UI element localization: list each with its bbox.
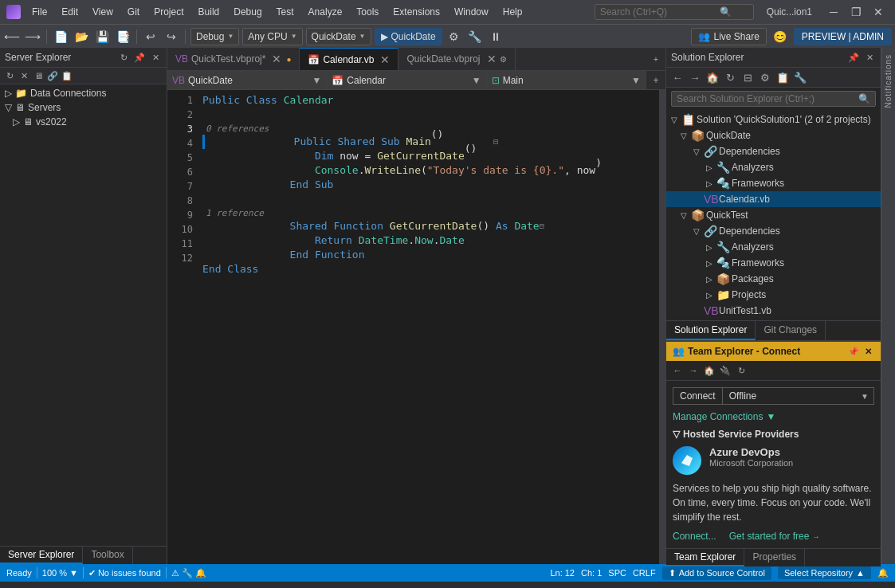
solution-search-input[interactable] (677, 93, 858, 104)
code-content[interactable]: Public Class Calendar 0 references Publi… (196, 90, 659, 564)
restore-button[interactable]: ❐ (846, 3, 866, 21)
sol-frameworks-1[interactable]: ▷ 🔩 Frameworks (666, 175, 881, 191)
namespace-selector[interactable]: VB QuickDate ▼ (167, 71, 327, 89)
menu-window[interactable]: Window (448, 5, 495, 19)
open-button[interactable]: 📂 (73, 28, 90, 45)
menu-edit[interactable]: Edit (55, 5, 84, 19)
menu-analyze[interactable]: Analyze (302, 5, 349, 19)
te-forward-icon[interactable]: → (687, 364, 700, 377)
tab-server-explorer[interactable]: Server Explorer (0, 547, 83, 564)
toolbar-extra-3[interactable]: ⏸ (487, 28, 504, 45)
code-editor[interactable]: 1 2 3 4 5 6 7 8 9 10 11 12 Public Class (167, 90, 665, 564)
te-connect-server-icon[interactable]: 🔌 (719, 364, 732, 377)
tab-solution-explorer[interactable]: Solution Explorer (666, 321, 756, 340)
tree-item-servers[interactable]: ▽ 🖥 Servers (0, 100, 167, 115)
editor-expand-icon[interactable]: + (646, 75, 665, 86)
sol-quickdate[interactable]: ▽ 📦 QuickDate (666, 127, 881, 143)
menu-file[interactable]: File (26, 5, 53, 19)
sol-home-icon[interactable]: 🏠 (705, 69, 720, 85)
tab-close-quickdate[interactable]: ✕ (487, 53, 497, 65)
tab-quicktest-vbproj[interactable]: VB QuickTest.vbproj* ✕ (167, 48, 300, 70)
sol-pin-icon[interactable]: 📌 (847, 51, 860, 64)
sol-forward-icon[interactable]: → (687, 69, 703, 85)
te-connect-link[interactable]: Connect... (673, 531, 716, 542)
menu-git[interactable]: Git (121, 5, 146, 19)
debug-mode-dropdown[interactable]: Debug ▼ (190, 28, 239, 45)
tab-quickdate-vbproj[interactable]: QuickDate.vbproj ✕ ⚙ (398, 48, 515, 70)
se-add-icon[interactable]: ↻ (3, 69, 16, 82)
run-button[interactable]: ▶ QuickDate (375, 28, 442, 45)
tab-git-changes[interactable]: Git Changes (756, 321, 826, 340)
menu-build[interactable]: Build (192, 5, 226, 19)
notifications-bell-icon[interactable]: 🔔 (877, 568, 889, 578)
se-pin-icon[interactable]: 📌 (133, 51, 146, 64)
redo-button[interactable]: ↪ (163, 28, 180, 45)
sol-collapse-icon[interactable]: ⊟ (740, 69, 756, 85)
tree-item-vs2022[interactable]: ▷ 🖥 vs2022 (0, 115, 167, 129)
te-close-icon[interactable]: ✕ (862, 345, 874, 358)
te-get-started-link[interactable]: Get started for free → (729, 531, 820, 542)
class-selector[interactable]: 📅 Calendar ▼ (327, 71, 486, 89)
code-scrollbar[interactable] (659, 90, 665, 564)
sol-calendar-vb[interactable]: VB Calendar.vb (666, 191, 881, 207)
undo-button[interactable]: ↩ (142, 28, 159, 45)
platform-dropdown[interactable]: Any CPU ▼ (242, 28, 302, 45)
sol-qt-deps[interactable]: ▽ 🔗 Dependencies (666, 223, 881, 239)
fold-icon-8[interactable]: ⊟ (540, 219, 544, 233)
method-selector[interactable]: ⊡ Main ▼ (487, 71, 646, 89)
te-refresh-icon[interactable]: ↻ (735, 364, 748, 377)
se-browse-icon[interactable]: 🖥 (32, 69, 45, 82)
sol-packages[interactable]: ▷ 📦 Packages (666, 271, 881, 287)
sol-settings-icon[interactable]: 🔧 (792, 69, 808, 85)
sol-analyzers-2[interactable]: ▷ 🔧 Analyzers (666, 239, 881, 255)
sol-analyzers-1[interactable]: ▷ 🔧 Analyzers (666, 159, 881, 175)
sol-frameworks-2[interactable]: ▷ 🔩 Frameworks (666, 255, 881, 271)
editor-new-tab-icon[interactable]: + (650, 53, 662, 65)
toolbar-extra-1[interactable]: ⚙ (446, 28, 463, 45)
sol-pending-icon[interactable]: 📋 (775, 69, 791, 85)
se-stop-icon[interactable]: ✕ (18, 69, 30, 82)
menu-tools[interactable]: Tools (350, 5, 385, 19)
minimize-button[interactable]: ─ (823, 3, 844, 21)
menu-view[interactable]: View (86, 5, 120, 19)
sol-filter-icon[interactable]: ⚙ (757, 69, 773, 85)
add-to-source-control-button[interactable]: ⬆ Add to Source Control (662, 566, 771, 580)
sol-projects[interactable]: ▷ 📁 Projects (666, 287, 881, 303)
back-button[interactable]: ⟵ (3, 28, 21, 45)
status-crlf[interactable]: CRLF (633, 568, 656, 578)
menu-debug[interactable]: Debug (227, 5, 268, 19)
new-file-button[interactable]: 📄 (52, 28, 69, 45)
select-repository-button[interactable]: Select Repository ▲ (778, 566, 871, 579)
te-pin-icon[interactable]: 📌 (847, 345, 860, 358)
se-sync-icon[interactable]: ↻ (117, 51, 130, 64)
forward-button[interactable]: ⟶ (24, 28, 41, 45)
tab-calendar-vb[interactable]: 📅 Calendar.vb ✕ (300, 48, 398, 70)
save-button[interactable]: 💾 (93, 28, 111, 45)
save-all-button[interactable]: 📑 (114, 28, 132, 45)
se-close-icon[interactable]: ✕ (149, 51, 162, 64)
se-filter-icon[interactable]: 🔗 (46, 69, 59, 82)
preview-admin-button[interactable]: PREVIEW | ADMIN (794, 28, 892, 45)
menu-help[interactable]: Help (497, 5, 529, 19)
title-search-box[interactable]: 🔍 (595, 4, 754, 20)
tab-properties[interactable]: Properties (744, 549, 805, 566)
title-search-input[interactable] (600, 6, 720, 18)
sol-refresh-icon[interactable]: ↻ (722, 69, 738, 85)
tab-close-quicktest[interactable]: ✕ (272, 53, 281, 65)
tree-item-data-connections[interactable]: ▷ 📁 Data Connections (0, 86, 167, 100)
sol-qd-deps[interactable]: ▽ 🔗 Dependencies (666, 143, 881, 159)
tab-close-calendar[interactable]: ✕ (380, 53, 390, 66)
menu-project[interactable]: Project (147, 5, 190, 19)
toolbar-extra-2[interactable]: 🔧 (466, 28, 484, 45)
te-status-dropdown[interactable]: ▼ (856, 390, 873, 403)
menu-bar[interactable]: File Edit View Git Project Build Debug T… (26, 5, 528, 19)
sol-root[interactable]: ▽ 📋 Solution 'QuickSolution1' (2 of 2 pr… (666, 112, 881, 127)
te-home-icon[interactable]: 🏠 (703, 364, 716, 377)
te-back-icon[interactable]: ← (671, 364, 684, 377)
tab-pin-icon[interactable]: ⚙ (500, 55, 507, 64)
status-zoom[interactable]: 100 % ▼ (42, 568, 78, 578)
menu-test[interactable]: Test (270, 5, 300, 19)
tab-team-explorer[interactable]: Team Explorer (666, 549, 744, 566)
tab-toolbox[interactable]: Toolbox (83, 547, 132, 564)
sol-quicktest[interactable]: ▽ 📦 QuickTest (666, 207, 881, 223)
